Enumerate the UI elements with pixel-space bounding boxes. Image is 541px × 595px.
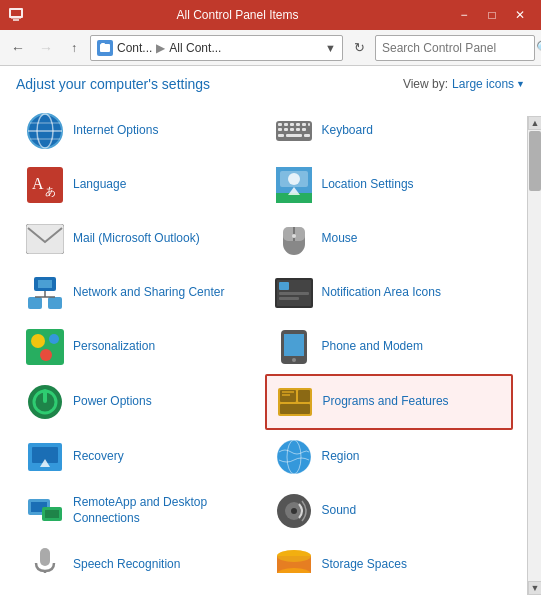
item-icon-mouse xyxy=(274,219,314,259)
grid-item-mail[interactable]: Mail (Microsoft Outlook) xyxy=(16,212,265,266)
back-button[interactable]: ← xyxy=(6,36,30,60)
svg-point-86 xyxy=(277,550,311,562)
svg-rect-23 xyxy=(302,128,306,131)
item-icon-notification-area xyxy=(274,273,314,313)
svg-rect-64 xyxy=(298,390,310,402)
breadcrumb-separator: ▶ xyxy=(156,41,165,55)
item-icon-language: Aあ xyxy=(25,165,65,205)
item-icon-power-options xyxy=(25,382,65,422)
grid-item-mouse[interactable]: Mouse xyxy=(265,212,514,266)
svg-rect-13 xyxy=(278,123,282,126)
view-by-dropdown[interactable]: Large icons ▼ xyxy=(452,77,525,91)
content-header: Adjust your computer's settings View by:… xyxy=(16,76,525,92)
items-grid: Internet Options Keyboard Aあ Language Lo… xyxy=(16,104,525,573)
svg-rect-2 xyxy=(13,19,19,21)
svg-rect-18 xyxy=(308,123,310,126)
breadcrumb[interactable]: Cont... ▶ All Cont... ▼ xyxy=(90,35,343,61)
item-label-sound: Sound xyxy=(322,503,357,519)
item-icon-region xyxy=(274,437,314,477)
grid-item-language[interactable]: Aあ Language xyxy=(16,158,265,212)
view-by-control: View by: Large icons ▼ xyxy=(403,77,525,91)
content-area: Adjust your computer's settings View by:… xyxy=(0,66,541,595)
view-by-label: View by: xyxy=(403,77,448,91)
item-label-language: Language xyxy=(73,177,126,193)
svg-rect-42 xyxy=(28,297,42,309)
grid-item-power-options[interactable]: Power Options xyxy=(16,374,265,430)
grid-item-personalization[interactable]: Personalization xyxy=(16,320,265,374)
search-icon: 🔍 xyxy=(536,40,541,55)
scrollbar[interactable]: ▲ ▼ xyxy=(527,116,541,595)
item-label-storage-spaces: Storage Spaces xyxy=(322,557,407,573)
app-icon xyxy=(8,7,24,23)
svg-rect-65 xyxy=(280,404,310,414)
scrollbar-up-button[interactable]: ▲ xyxy=(528,116,541,130)
grid-item-notification-area[interactable]: Notification Area Icons xyxy=(265,266,514,320)
svg-rect-25 xyxy=(286,134,302,137)
breadcrumb-icon xyxy=(97,40,113,56)
item-icon-storage-spaces xyxy=(274,545,314,573)
item-icon-remote-app xyxy=(25,491,65,531)
grid-item-recovery[interactable]: Recovery xyxy=(16,430,265,484)
item-icon-internet-options xyxy=(25,111,65,151)
breadcrumb-path: Cont... xyxy=(117,41,152,55)
grid-item-speech-recognition[interactable]: Speech Recognition xyxy=(16,538,265,573)
search-input[interactable] xyxy=(382,41,532,55)
svg-point-79 xyxy=(291,508,297,514)
item-icon-keyboard xyxy=(274,111,314,151)
item-label-mouse: Mouse xyxy=(322,231,358,247)
svg-point-55 xyxy=(40,349,52,361)
svg-text:あ: あ xyxy=(45,185,56,197)
grid-item-internet-options[interactable]: Internet Options xyxy=(16,104,265,158)
dropdown-arrow-icon: ▼ xyxy=(516,79,525,89)
svg-rect-76 xyxy=(45,510,59,518)
item-label-remote-app: RemoteApp and Desktop Connections xyxy=(73,495,256,526)
item-icon-sound xyxy=(274,491,314,531)
svg-point-54 xyxy=(49,334,59,344)
close-button[interactable]: ✕ xyxy=(507,5,533,25)
grid-item-phone-modem[interactable]: Phone and Modem xyxy=(265,320,514,374)
grid-item-location-settings[interactable]: Location Settings xyxy=(265,158,514,212)
item-label-keyboard: Keyboard xyxy=(322,123,373,139)
svg-rect-4 xyxy=(100,44,110,52)
svg-rect-20 xyxy=(284,128,288,131)
svg-rect-14 xyxy=(284,123,288,126)
minimize-button[interactable]: − xyxy=(451,5,477,25)
title-bar: All Control Panel Items − □ ✕ xyxy=(0,0,541,30)
svg-rect-22 xyxy=(296,128,300,131)
item-label-mail: Mail (Microsoft Outlook) xyxy=(73,231,200,247)
grid-item-keyboard[interactable]: Keyboard xyxy=(265,104,514,158)
grid-item-sound[interactable]: Sound xyxy=(265,484,514,538)
breadcrumb-dropdown-button[interactable]: ▼ xyxy=(325,42,336,54)
svg-rect-41 xyxy=(38,280,52,288)
grid-item-programs-features[interactable]: Programs and Features xyxy=(265,374,514,430)
grid-item-network-sharing[interactable]: Network and Sharing Center xyxy=(16,266,265,320)
item-label-personalization: Personalization xyxy=(73,339,155,355)
item-icon-programs-features xyxy=(275,382,315,422)
item-label-notification-area: Notification Area Icons xyxy=(322,285,441,301)
svg-point-53 xyxy=(31,334,45,348)
svg-rect-24 xyxy=(278,134,284,137)
svg-rect-43 xyxy=(48,297,62,309)
svg-rect-50 xyxy=(279,292,309,295)
item-icon-recovery xyxy=(25,437,65,477)
svg-rect-3 xyxy=(11,18,21,19)
refresh-button[interactable]: ↻ xyxy=(347,36,371,60)
svg-point-39 xyxy=(292,234,296,238)
forward-button[interactable]: → xyxy=(34,36,58,60)
grid-item-storage-spaces[interactable]: Storage Spaces xyxy=(265,538,514,573)
maximize-button[interactable]: □ xyxy=(479,5,505,25)
grid-item-remote-app[interactable]: RemoteApp and Desktop Connections xyxy=(16,484,265,538)
item-label-internet-options: Internet Options xyxy=(73,123,158,139)
svg-rect-49 xyxy=(279,282,289,290)
svg-rect-5 xyxy=(101,43,105,45)
item-icon-phone-modem xyxy=(274,327,314,367)
svg-rect-80 xyxy=(40,548,50,566)
up-button[interactable]: ↑ xyxy=(62,36,86,60)
svg-rect-51 xyxy=(279,297,299,300)
scrollbar-thumb[interactable] xyxy=(529,131,541,191)
svg-rect-17 xyxy=(302,123,306,126)
svg-rect-35 xyxy=(26,224,64,254)
grid-item-region[interactable]: Region xyxy=(265,430,514,484)
scrollbar-down-button[interactable]: ▼ xyxy=(528,581,541,595)
window-title: All Control Panel Items xyxy=(24,8,451,22)
